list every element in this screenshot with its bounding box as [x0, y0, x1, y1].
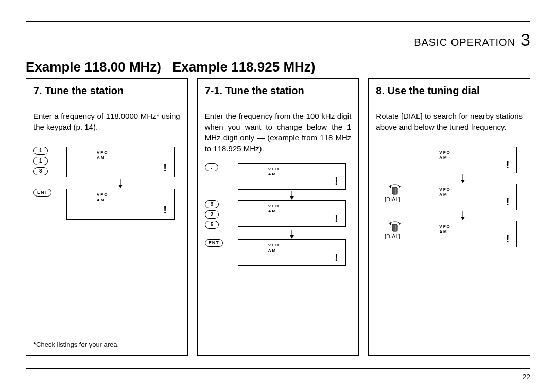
keys: ENT: [33, 189, 66, 197]
lcd-bang: !: [335, 175, 338, 187]
lcd-vfo: VFO: [268, 204, 280, 208]
column-title-wrap: 7. Tune the station: [33, 85, 180, 102]
column-7-1: 7-1. Tune the station Enter the frequenc…: [197, 78, 359, 356]
arrow-down-icon: [238, 191, 346, 200]
step-row: ENT VFO AM !: [33, 189, 180, 220]
column-8: 8. Use the tuning dial Rotate [DIAL] to …: [368, 78, 530, 356]
keypad-key-ent: ENT: [205, 239, 223, 247]
svg-marker-16: [389, 222, 391, 225]
svg-marker-15: [461, 217, 465, 220]
column-title: 8. Use the tuning dial: [376, 85, 523, 97]
lcd-am: AM: [439, 229, 447, 234]
column-body: Enter the frequency from the 100 kHz dig…: [205, 111, 352, 154]
keys: 9 2 5: [205, 200, 238, 229]
dial-knob-icon: [388, 221, 397, 232]
svg-marker-1: [118, 185, 123, 188]
step-row: 9 2 5 VFO AM !: [205, 200, 352, 229]
page-number: 22: [522, 372, 530, 381]
svg-marker-8: [389, 185, 391, 188]
keypad-key: 1: [33, 157, 48, 165]
step-row: [DIAL] VFO AM !: [376, 184, 523, 210]
lcd-vfo: VFO: [439, 150, 450, 155]
chapter-number: 3: [520, 30, 530, 50]
svg-marker-17: [399, 222, 401, 225]
keypad-key: 8: [33, 167, 48, 175]
page-header: BASIC OPERATION 3: [26, 30, 530, 50]
column-title-wrap: 7-1. Tune the station: [205, 85, 352, 102]
lcd-bang: !: [163, 162, 167, 174]
arrow-down-icon: [66, 179, 175, 189]
lcd-am: AM: [268, 172, 276, 176]
lcd-vfo: VFO: [268, 167, 280, 171]
lcd-screen: VFO AM !: [66, 147, 175, 177]
column-title: 7. Tune the station: [33, 85, 180, 97]
keys: ENT: [205, 239, 238, 247]
illustration: VFO AM !: [376, 147, 523, 248]
lcd-vfo: VFO: [97, 150, 108, 155]
column-body: Rotate [DIAL] to search for nearby stati…: [376, 111, 523, 132]
step-row: . VFO AM !: [205, 163, 352, 190]
keypad-key: 2: [205, 210, 219, 219]
keypad-key: .: [205, 163, 218, 171]
lcd-bang: !: [506, 233, 510, 245]
keypad-key: 9: [205, 200, 219, 208]
lcd-screen: VFO AM !: [409, 147, 517, 173]
example-heading-right: Example 118.925 MHz): [172, 59, 315, 75]
lcd-screen: VFO AM !: [409, 184, 517, 210]
lcd-bang: !: [506, 159, 510, 171]
column-body: Enter a frequency of 118.0000 MHz* using…: [33, 111, 180, 132]
lcd-screen: VFO AM !: [238, 163, 346, 190]
lcd-screen: VFO AM !: [66, 189, 175, 220]
svg-marker-5: [290, 235, 294, 239]
svg-marker-7: [461, 180, 465, 183]
lcd-am: AM: [97, 155, 105, 160]
illustration: 1 1 8 VFO AM ! ENT: [33, 147, 180, 221]
dial-knob-icon: [388, 184, 397, 195]
lcd-am: AM: [439, 192, 447, 197]
keypad-key: 1: [33, 147, 48, 155]
keys: 1 1 8: [33, 147, 66, 175]
lcd-am: AM: [439, 155, 447, 160]
lcd-bang: !: [335, 252, 338, 263]
lcd-bang: !: [163, 204, 167, 216]
lcd-vfo: VFO: [268, 243, 280, 247]
step-row: [DIAL] VFO AM !: [376, 221, 523, 247]
keypad-key: 5: [205, 221, 219, 229]
lcd-am: AM: [97, 198, 105, 202]
step-row: VFO AM !: [376, 147, 523, 173]
lcd-screen: VFO AM !: [238, 239, 346, 266]
lcd-am: AM: [268, 248, 276, 253]
arrow-down-icon: [238, 230, 346, 239]
top-rule: [26, 21, 530, 22]
lcd-vfo: VFO: [439, 224, 450, 229]
lcd-bang: !: [506, 196, 510, 208]
arrow-down-icon: [409, 174, 517, 184]
column-title-wrap: 8. Use the tuning dial: [376, 85, 523, 102]
example-heading-left: Example 118.00 MHz): [26, 59, 161, 75]
dial-control: [DIAL]: [376, 221, 409, 239]
lcd-vfo: VFO: [439, 187, 450, 192]
column-title: 7-1. Tune the station: [205, 85, 352, 97]
lcd-vfo: VFO: [97, 192, 108, 197]
svg-marker-9: [399, 185, 401, 188]
illustration: . VFO AM ! 9 2 5: [205, 163, 352, 267]
arrow-down-icon: [409, 211, 517, 221]
lcd-am: AM: [268, 209, 276, 213]
bottom-rule: [26, 368, 530, 369]
lcd-screen: VFO AM !: [409, 221, 517, 247]
keypad-key-ent: ENT: [33, 189, 51, 197]
lcd-screen: VFO AM !: [238, 200, 346, 227]
keys: .: [205, 163, 238, 171]
svg-marker-3: [290, 196, 294, 200]
footnote: *Check listings for your area.: [33, 341, 180, 348]
step-columns: 7. Tune the station Enter a frequency of…: [26, 78, 530, 356]
example-headings: Example 118.00 MHz) Example 118.925 MHz): [26, 59, 530, 75]
step-row: ENT VFO AM !: [205, 239, 352, 266]
dial-control: [DIAL]: [376, 184, 409, 202]
column-7: 7. Tune the station Enter a frequency of…: [26, 78, 188, 356]
lcd-bang: !: [335, 212, 338, 224]
manual-page: BASIC OPERATION 3 Example 118.00 MHz) Ex…: [0, 0, 556, 392]
section-label: BASIC OPERATION: [414, 37, 515, 48]
step-row: 1 1 8 VFO AM !: [33, 147, 180, 177]
